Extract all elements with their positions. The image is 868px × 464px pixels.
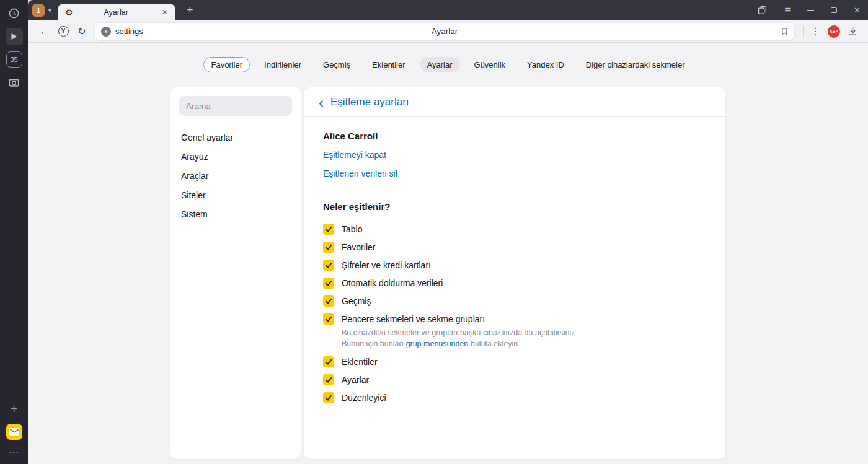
browser-window: 35 + ⋯ 1 ▼ ⚙ Ayarlar ✕ + ≡ [0, 0, 868, 464]
checkbox-label: Geçmiş [342, 296, 371, 306]
checkbox-checked-icon[interactable] [323, 224, 334, 235]
checkbox-label: Tablo [342, 224, 362, 234]
more-options-icon[interactable]: ⋮ [806, 23, 825, 40]
downloads-icon[interactable] [843, 23, 862, 40]
browser-menu-icon[interactable]: ≡ [784, 4, 790, 17]
panels-icon[interactable] [757, 5, 768, 15]
bookmark-flag-icon[interactable] [780, 27, 789, 37]
checkbox-description: Bu cihazdaki sekmeler ve grupları başka … [323, 328, 706, 350]
tab-list-chevron-down-icon[interactable]: ▼ [47, 7, 53, 14]
sync-checkbox-otomatik-doldurma[interactable]: Otomatik doldurma verileri [323, 274, 706, 292]
section-title: Neler eşitlenir? [323, 201, 706, 212]
window-controls: ≡ ✕ [757, 0, 861, 20]
toolbar-separator [803, 26, 804, 37]
nav-tab-gecmis[interactable]: Geçmiş [316, 57, 358, 72]
nav-tab-indirilenler[interactable]: İndirilenler [257, 57, 309, 72]
nav-tab-diger-sekmeler[interactable]: Diğer cihazlardaki sekmeler [578, 57, 693, 72]
sync-checkbox-favoriler[interactable]: Favoriler [323, 238, 706, 256]
settings-sidebar-card: Genel ayarlar Arayüz Araçlar Siteler Sis… [170, 87, 301, 459]
search-input[interactable] [179, 96, 292, 116]
checkbox-checked-icon[interactable] [323, 356, 334, 367]
sync-checkbox-pencere-sekmeleri[interactable]: Pencere sekmeleri ve sekme grupları [323, 310, 706, 328]
play-media-button[interactable] [6, 28, 23, 45]
checkbox-label: Eklentiler [342, 357, 378, 367]
yandex-mail-icon[interactable] [6, 424, 22, 440]
description-line-1: Bu cihazdaki sekmeler ve grupları başka … [342, 328, 706, 339]
description-line-2: Bunun için bunları grup menüsünden bulut… [342, 339, 706, 350]
sync-checkbox-ayarlar[interactable]: Ayarlar [323, 371, 706, 389]
browser-toolbar: ← Y ↻ Ayarlar Y settings ⋮ ABP [28, 20, 868, 43]
sidebar-item-sistem[interactable]: Sistem [179, 204, 292, 224]
tab-counter-badge[interactable]: 35 [6, 51, 22, 68]
disable-sync-link[interactable]: Eşitlemeyi kapat [323, 151, 386, 159]
settings-gear-icon: ⚙ [65, 7, 73, 17]
settings-content: Genel ayarlar Arayüz Araçlar Siteler Sis… [28, 87, 868, 464]
checkbox-label: Otomatik doldurma verileri [342, 278, 443, 288]
checkbox-label: Pencere sekmeleri ve sekme grupları [342, 314, 485, 324]
account-name: Alice Carroll [323, 131, 706, 141]
screenshot-icon[interactable] [6, 74, 23, 91]
tab-group-thumbnail[interactable]: 1 [32, 4, 45, 17]
checkbox-label: Favoriler [342, 242, 375, 252]
sidebar-item-araclar[interactable]: Araçlar [179, 166, 292, 185]
sidebar-item-genel-ayarlar[interactable]: Genel ayarlar [179, 128, 292, 147]
sidebar-item-siteler[interactable]: Siteler [179, 185, 292, 204]
sidebar-item-arayuz[interactable]: Arayüz [179, 147, 292, 166]
checkbox-label: Şifreler ve kredi kartları [342, 260, 431, 270]
settings-top-nav: Favoriler İndirilenler Geçmiş Eklentiler… [28, 57, 868, 72]
play-icon [11, 33, 17, 40]
adblock-extension-badge[interactable]: ABP [825, 23, 843, 40]
nav-tab-eklentiler[interactable]: Eklentiler [365, 57, 412, 72]
sync-settings-header: ‹ Eşitleme ayarları [304, 87, 725, 117]
sync-checkbox-tablo[interactable]: Tablo [323, 220, 706, 238]
yandex-home-icon[interactable]: Y [54, 23, 73, 40]
sync-checkbox-gecmis[interactable]: Geçmiş [323, 292, 706, 310]
checkbox-label: Ayarlar [342, 375, 369, 385]
rail-more-icon[interactable]: ⋯ [9, 446, 19, 458]
checkbox-checked-icon[interactable] [323, 242, 334, 253]
active-tab[interactable]: ⚙ Ayarlar ✕ [58, 4, 175, 20]
address-text[interactable]: settings [115, 27, 143, 36]
history-clock-icon[interactable] [6, 4, 23, 22]
nav-tab-ayarlar[interactable]: Ayarlar [420, 57, 460, 72]
sync-checkbox-duzenleyici[interactable]: Düzenleyici [323, 389, 706, 407]
settings-page: Favoriler İndirilenler Geçmiş Eklentiler… [28, 43, 868, 464]
nav-tab-yandex-id[interactable]: Yandex ID [520, 57, 572, 72]
checkbox-checked-icon[interactable] [323, 295, 334, 307]
side-rail: 35 + ⋯ [0, 0, 28, 464]
tab-bar: 1 ▼ ⚙ Ayarlar ✕ + ≡ ✕ [28, 0, 868, 20]
address-bar-page-title: Ayarlar [95, 27, 794, 36]
checkbox-checked-icon[interactable] [323, 260, 334, 271]
page-title: Eşitleme ayarları [330, 96, 409, 108]
nav-tab-guvenlik[interactable]: Güvenlik [467, 57, 513, 72]
reload-icon[interactable]: ↻ [73, 23, 91, 40]
window-close-icon[interactable]: ✕ [854, 6, 861, 15]
sync-settings-body: Alice Carroll Eşitlemeyi kapat Eşitlenen… [304, 117, 725, 421]
sync-settings-card: ‹ Eşitleme ayarları Alice Carroll Eşitle… [304, 87, 725, 459]
address-bar[interactable]: Ayarlar Y settings [95, 23, 794, 40]
tab-close-icon[interactable]: ✕ [159, 7, 170, 18]
delete-synced-data-link[interactable]: Eşitlenen verileri sil [323, 169, 397, 178]
group-menu-link[interactable]: grup menüsünden [406, 339, 469, 348]
settings-menu: Genel ayarlar Arayüz Araçlar Siteler Sis… [179, 128, 292, 224]
new-tab-button[interactable]: + [183, 4, 197, 17]
checkbox-checked-icon[interactable] [323, 392, 334, 403]
back-chevron-icon[interactable]: ‹ [319, 97, 324, 108]
sync-items-list: Tablo Favoriler Şifreler ve kredi kartla… [323, 220, 706, 407]
checkbox-label: Düzenleyici [342, 393, 386, 403]
site-favicon: Y [101, 27, 111, 37]
checkbox-checked-icon[interactable] [323, 278, 334, 289]
rail-add-button[interactable]: + [6, 400, 23, 418]
minimize-icon[interactable] [807, 10, 814, 11]
checkbox-checked-icon[interactable] [323, 374, 334, 385]
back-icon[interactable]: ← [35, 23, 54, 40]
nav-tab-favoriler[interactable]: Favoriler [203, 57, 250, 72]
sync-checkbox-sifreler[interactable]: Şifreler ve kredi kartları [323, 256, 706, 274]
tab-title: Ayarlar [76, 8, 155, 17]
sync-item-group-sekmeler: Pencere sekmeleri ve sekme grupları Bu c… [323, 310, 706, 350]
sync-checkbox-eklentiler[interactable]: Eklentiler [323, 353, 706, 371]
checkbox-checked-icon[interactable] [323, 313, 334, 325]
maximize-icon[interactable] [831, 7, 837, 13]
